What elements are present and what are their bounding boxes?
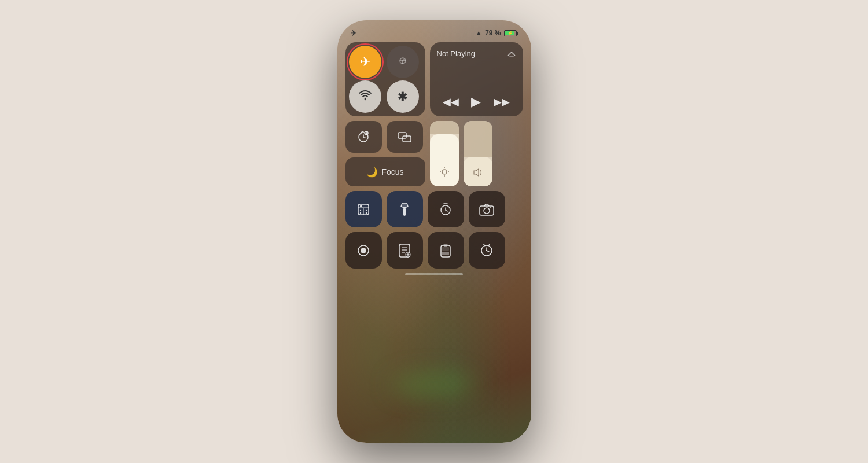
media-tile: Not Playing ◀◀ ▶ ▶▶ — [430, 42, 523, 116]
screen-record-button[interactable] — [345, 232, 382, 269]
brightness-empty — [430, 121, 459, 134]
timer-button[interactable] — [428, 191, 464, 227]
airplay-icon[interactable] — [507, 49, 516, 60]
green-blur — [391, 373, 477, 396]
airplane-ring — [347, 43, 384, 80]
not-playing-label: Not Playing — [437, 49, 475, 58]
media-controls: ◀◀ ▶ ▶▶ — [437, 94, 516, 109]
svg-point-17 — [366, 209, 367, 210]
svg-line-45 — [484, 244, 485, 245]
bluetooth-icon: ✱ — [398, 90, 407, 104]
svg-point-26 — [484, 208, 490, 214]
icon-row — [345, 121, 425, 153]
moon-icon: 🌙 — [366, 167, 378, 178]
connectivity-tile: ✈ — [345, 42, 425, 116]
play-button[interactable]: ▶ — [471, 94, 481, 109]
airplane-mode-icon: ✈ — [350, 28, 357, 38]
svg-line-46 — [489, 244, 490, 245]
fast-forward-button[interactable]: ▶▶ — [494, 95, 510, 108]
svg-point-7 — [442, 170, 447, 174]
brightness-slider[interactable] — [430, 121, 459, 186]
wifi-button[interactable] — [349, 80, 381, 113]
svg-rect-5 — [398, 133, 406, 138]
svg-line-23 — [446, 210, 447, 211]
cc-row-1: ✈ — [345, 42, 523, 116]
status-left: ✈ — [350, 28, 357, 38]
media-top: Not Playing — [437, 49, 516, 60]
bluetooth-button[interactable]: ✱ — [387, 80, 419, 113]
cc-row-2: 🌙 Focus — [345, 121, 523, 186]
battery-percent: 79 % — [485, 29, 501, 37]
focus-label: Focus — [381, 167, 403, 177]
svg-point-16 — [360, 209, 361, 210]
rewind-button[interactable]: ◀◀ — [443, 95, 459, 108]
volume-slider[interactable] — [464, 121, 492, 186]
cellular-icon — [396, 54, 409, 70]
svg-rect-20 — [403, 208, 406, 216]
phone-frame: ✈ ▲ 79 % ⚡ ✈ — [337, 20, 531, 443]
svg-rect-6 — [403, 136, 411, 142]
svg-rect-15 — [360, 205, 362, 207]
battery-icon: ⚡ — [504, 30, 518, 36]
svg-rect-39 — [442, 252, 449, 255]
focus-button[interactable]: 🌙 Focus — [345, 157, 425, 186]
calculator-button[interactable] — [345, 191, 382, 227]
volume-empty — [464, 121, 492, 157]
flashlight-button[interactable] — [387, 191, 423, 227]
control-center-panel: ✈ — [345, 42, 523, 269]
volume-icon — [473, 168, 483, 179]
airplane-mode-button[interactable]: ✈ — [349, 46, 381, 78]
svg-point-27 — [490, 207, 491, 208]
status-bar: ✈ ▲ 79 % ⚡ — [337, 20, 531, 42]
cellular-button[interactable] — [387, 46, 419, 78]
orientation-lock-button[interactable] — [345, 121, 382, 153]
svg-point-19 — [366, 212, 367, 213]
svg-point-44 — [486, 250, 487, 251]
svg-rect-40 — [442, 247, 449, 251]
signal-icon: ▲ — [475, 29, 482, 37]
svg-point-18 — [360, 212, 361, 213]
svg-point-29 — [361, 248, 366, 253]
svg-rect-1 — [509, 56, 514, 57]
cc-row-4 — [345, 232, 523, 269]
brightness-icon — [439, 167, 450, 179]
camera-button[interactable] — [469, 191, 505, 227]
wifi-icon — [358, 89, 372, 104]
secondary-left: 🌙 Focus — [345, 121, 425, 186]
sliders-col — [430, 121, 523, 186]
cc-row-3 — [345, 191, 523, 227]
screen-mirror-button[interactable] — [387, 121, 423, 153]
battery-status-button[interactable] — [428, 232, 464, 269]
notes-button[interactable] — [387, 232, 423, 269]
status-right: ▲ 79 % ⚡ — [475, 29, 518, 37]
clock-button[interactable] — [469, 232, 505, 269]
